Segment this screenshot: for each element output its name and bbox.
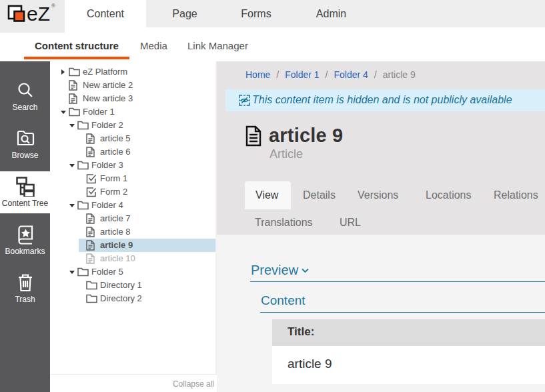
svg-text:®: ® xyxy=(51,3,55,9)
svg-text:eZ: eZ xyxy=(27,3,50,25)
